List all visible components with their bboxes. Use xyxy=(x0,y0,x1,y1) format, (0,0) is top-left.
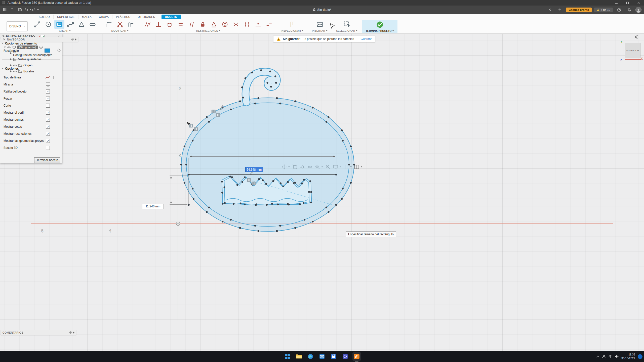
sketch-point[interactable] xyxy=(301,183,303,184)
notification-badge[interactable] xyxy=(638,354,642,359)
sketch-point[interactable] xyxy=(230,219,232,220)
slot-tool-icon[interactable] xyxy=(88,20,98,29)
pumpkin-sketch[interactable] xyxy=(180,69,355,232)
sketch-point[interactable] xyxy=(224,202,226,204)
sketch-point[interactable] xyxy=(222,221,223,222)
comments-header[interactable]: COMENTARIOS xyxy=(1,330,76,335)
tray-people-icon[interactable] xyxy=(602,355,606,358)
expand-arrow-icon[interactable] xyxy=(10,58,12,60)
sketch-point[interactable] xyxy=(192,140,193,142)
sketch-canvas[interactable]: 50 25 -50 -25 xyxy=(0,34,644,351)
height-dimension-value[interactable]: 11.246 mm xyxy=(142,204,164,209)
sketch-point[interactable] xyxy=(303,202,304,204)
selection-filter-icon[interactable] xyxy=(57,49,61,52)
finish-sketch-palette-button[interactable]: Terminar boceto xyxy=(34,157,60,163)
panel-expand-icon[interactable] xyxy=(73,332,74,334)
checkbox-show-points[interactable]: ✓ xyxy=(46,118,50,122)
circle-tool-icon[interactable] xyxy=(43,20,53,29)
sketch-point[interactable] xyxy=(221,181,223,183)
app-icon[interactable] xyxy=(341,352,349,361)
redo-button[interactable] xyxy=(31,7,39,13)
maximize-button[interactable] xyxy=(622,0,633,6)
sketch-point[interactable] xyxy=(294,182,296,184)
spline-tool-icon[interactable] xyxy=(65,20,75,29)
navigator-item-sketches[interactable]: Bocetos xyxy=(10,69,34,74)
tangent-constraint-icon[interactable] xyxy=(165,20,175,29)
sketch-point[interactable] xyxy=(283,186,284,187)
sketch-point[interactable] xyxy=(262,179,264,181)
sketch-point[interactable] xyxy=(221,192,223,194)
notifications-bell-icon[interactable] xyxy=(625,7,633,13)
sketch-point[interactable] xyxy=(304,219,305,220)
save-icon[interactable] xyxy=(16,7,24,13)
lock-constraint-icon[interactable] xyxy=(198,20,208,29)
checkbox-show-constraints[interactable]: ✓ xyxy=(46,132,50,136)
close-document-icon[interactable] xyxy=(546,7,553,13)
panel-options-icon[interactable] xyxy=(71,38,74,41)
sketch-point[interactable] xyxy=(185,164,187,165)
document-root-label[interactable]: (Sin guardar) xyxy=(17,46,38,49)
sketch-point[interactable] xyxy=(239,227,241,229)
sketch-point[interactable] xyxy=(277,204,279,205)
jobs-quota-badge[interactable]: 8 de 10 xyxy=(594,8,613,12)
sketch-point[interactable] xyxy=(239,100,241,102)
sketch-point[interactable] xyxy=(257,97,259,99)
sketch-point[interactable] xyxy=(310,202,312,203)
linetype-normal-icon[interactable] xyxy=(53,76,57,79)
insert-tool-icon[interactable] xyxy=(315,20,325,29)
sketch-point[interactable] xyxy=(257,230,259,232)
sketch-point[interactable] xyxy=(231,176,233,178)
parallel-constraint-icon[interactable] xyxy=(187,20,197,29)
taskbar-clock[interactable]: 11:38 30/10/2022 xyxy=(621,353,635,360)
view-cube[interactable]: SUPERIOR Y X Z xyxy=(618,41,643,62)
linetype-spline-icon[interactable] xyxy=(45,76,50,79)
start-button[interactable] xyxy=(283,352,292,361)
sketch-point[interactable] xyxy=(341,129,343,131)
fillet-tool-icon[interactable] xyxy=(104,20,114,29)
sketch-point[interactable] xyxy=(244,176,246,178)
visibility-eye-icon[interactable] xyxy=(13,64,17,67)
sketch-point[interactable] xyxy=(276,230,278,232)
fusion-360-icon[interactable] xyxy=(352,352,361,361)
help-icon[interactable] xyxy=(615,7,623,13)
tab-superficie[interactable]: SUPERFICIE xyxy=(54,15,78,19)
navigator-item-origin[interactable]: Origen xyxy=(10,63,32,68)
visibility-eye-icon[interactable] xyxy=(13,70,17,73)
tab-malla[interactable]: MALLA xyxy=(78,15,95,19)
mail-icon[interactable] xyxy=(318,352,326,361)
sketch-point[interactable] xyxy=(353,164,355,165)
close-button[interactable] xyxy=(633,0,644,6)
checkbox-slice[interactable] xyxy=(46,104,50,108)
file-menu-icon[interactable] xyxy=(9,7,16,13)
tray-expand-icon[interactable] xyxy=(596,355,599,358)
sketch-point[interactable] xyxy=(328,211,330,213)
in-context-icon[interactable] xyxy=(39,46,43,49)
sketch-point[interactable] xyxy=(206,211,208,213)
document-title[interactable]: Sin título* xyxy=(317,8,331,12)
sketch-point[interactable] xyxy=(303,179,305,181)
concentric-constraint-icon[interactable] xyxy=(220,20,230,29)
tab-solido[interactable]: SOLIDO xyxy=(35,15,54,19)
view-cube-top-face[interactable]: SUPERIOR xyxy=(625,43,640,58)
new-document-icon[interactable] xyxy=(556,7,564,13)
sketch-point[interactable] xyxy=(184,146,185,147)
save-link[interactable]: Guardar xyxy=(360,37,372,41)
navigator-item-doc-settings[interactable]: Configuración del documento xyxy=(10,51,52,56)
license-expiry-button[interactable]: Caduca pronto xyxy=(566,8,591,12)
sketch-point[interactable] xyxy=(184,182,185,184)
sketch-point[interactable] xyxy=(255,204,257,206)
origin-marker[interactable] xyxy=(176,222,180,225)
curvature-constraint-icon[interactable] xyxy=(242,20,252,29)
minimize-button[interactable] xyxy=(611,0,622,6)
sketch-point[interactable] xyxy=(350,182,352,184)
symmetry-constraint-icon[interactable] xyxy=(231,20,241,29)
pumpkin-inner-outline[interactable] xyxy=(186,103,349,227)
sketch-point[interactable] xyxy=(348,164,350,165)
equal-constraint-icon[interactable] xyxy=(176,20,186,29)
sketch-point[interactable] xyxy=(287,181,289,183)
app-launcher-icon[interactable] xyxy=(1,7,9,13)
tab-utilidades[interactable]: UTILIDADES xyxy=(134,15,159,19)
sketch-point[interactable] xyxy=(341,198,343,200)
sketch-point[interactable] xyxy=(279,103,281,104)
user-avatar[interactable] xyxy=(635,7,641,13)
